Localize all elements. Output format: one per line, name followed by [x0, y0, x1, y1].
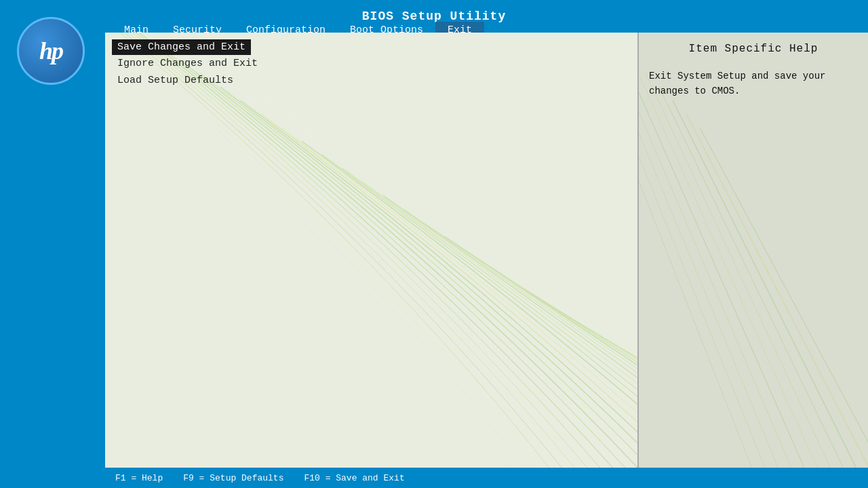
- menu-item[interactable]: Ignore Changes and Exit: [112, 55, 631, 72]
- status-item: F10 = Save and Exit: [304, 473, 404, 483]
- help-content: Item Specific Help Exit System Setup and…: [649, 43, 858, 99]
- wavy-background: [105, 33, 637, 468]
- hp-logo-text: hp: [39, 37, 62, 65]
- status-bar: F1 = HelpF9 = Setup DefaultsF10 = Save a…: [105, 468, 868, 488]
- menu-item[interactable]: Load Setup Defaults: [112, 72, 631, 89]
- hp-circle: hp: [17, 17, 85, 85]
- status-item: F1 = Help: [115, 473, 163, 483]
- help-title: Item Specific Help: [649, 43, 858, 55]
- help-description: Exit System Setup and save your changes …: [649, 69, 858, 99]
- bios-title: BIOS Setup Utility: [0, 10, 868, 23]
- help-panel: Item Specific Help Exit System Setup and…: [637, 33, 868, 468]
- main-area: Save Changes and ExitIgnore Changes and …: [105, 33, 868, 468]
- left-panel: Save Changes and ExitIgnore Changes and …: [105, 33, 637, 468]
- left-sidebar: hp: [0, 0, 105, 488]
- status-item: F9 = Setup Defaults: [183, 473, 283, 483]
- menu-item[interactable]: Save Changes and Exit: [112, 39, 251, 55]
- exit-menu-list: Save Changes and ExitIgnore Changes and …: [112, 39, 631, 89]
